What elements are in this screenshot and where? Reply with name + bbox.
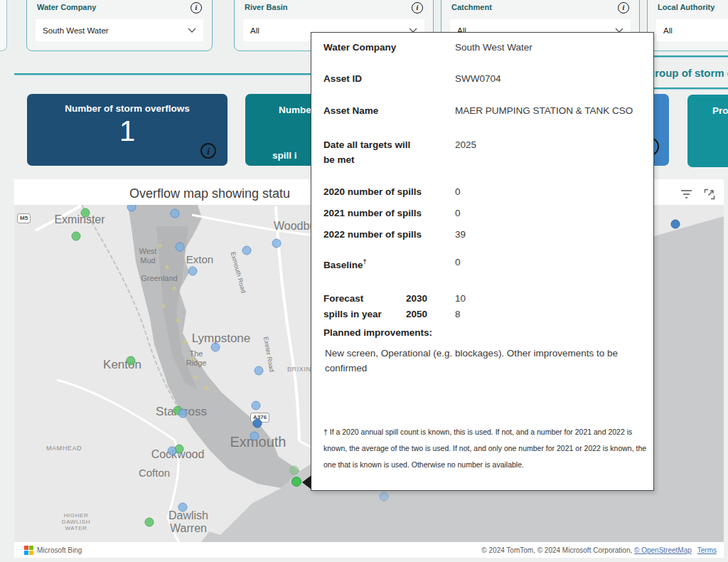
map-marker[interactable]	[242, 246, 252, 255]
planned-improvements-text: New screen, Operational (e.g. blockages)…	[325, 346, 653, 376]
tooltip-row: 2021 number of spills0	[323, 206, 645, 221]
map-marker[interactable]	[171, 209, 180, 218]
edge-filter-sliver	[0, 0, 7, 51]
map-marker[interactable]	[255, 366, 264, 376]
map-marker[interactable]	[72, 232, 81, 241]
kpi-value: 1	[27, 115, 228, 147]
map-title: Overflow map showing statu	[129, 186, 290, 201]
section-heading-fragment: group of storm o	[648, 67, 728, 79]
bing-logo: Microsoft Bing	[24, 546, 82, 555]
tooltip-row: Water CompanySouth West Water	[323, 40, 645, 55]
tooltip-row: Asset IDSWW0704	[323, 71, 645, 86]
map-label: Kenton	[103, 358, 141, 372]
map-label: HIGHER DAWLISH WATER	[62, 512, 90, 532]
map-attribution: © 2024 TomTom, © 2024 Microsoft Corporat…	[481, 546, 717, 554]
map-marker[interactable]	[81, 208, 90, 218]
map-marker[interactable]	[291, 477, 301, 487]
road-shield: M5	[17, 213, 31, 223]
filter-label-water-company: Water Company	[37, 3, 96, 11]
tooltip-row: 2022 number of spills39	[323, 227, 645, 242]
tooltip-row-baseline: Baseline† 0	[323, 255, 645, 272]
map-marker[interactable]	[168, 447, 177, 456]
info-icon[interactable]: i	[618, 2, 629, 14]
map-label: MAMHEAD	[46, 445, 82, 452]
filter-label-catchment: Catchment	[451, 3, 492, 11]
map-label: The Ridge	[186, 349, 207, 367]
tooltip-row: 2020 number of spills0	[323, 184, 645, 199]
focus-mode-icon[interactable]	[704, 189, 715, 200]
info-icon[interactable]: i	[191, 2, 202, 14]
map-label: Exton	[186, 253, 213, 265]
map-marker[interactable]	[127, 356, 136, 366]
filter-card-water-company: Water Company i South West Water	[26, 0, 213, 51]
terms-link[interactable]: Terms	[697, 546, 717, 554]
map-label: Woodbu	[274, 220, 316, 233]
asset-tooltip: Water CompanySouth West Water Asset IDSW…	[311, 32, 654, 491]
attribution-text: © 2024 TomTom, © 2024 Microsoft Corporat…	[481, 546, 634, 554]
map-label: West Mud	[139, 247, 157, 265]
local-authority-dropdown[interactable]: All	[656, 19, 728, 41]
openstreetmap-link[interactable]: © OpenStreetMap	[634, 546, 692, 554]
filter-card-local-authority: Local Authority All	[647, 0, 728, 51]
map-marker[interactable]	[290, 466, 299, 475]
info-icon[interactable]: i	[412, 2, 423, 14]
tooltip-row: Asset NameMAER PUMPING STATION & TANK CS…	[323, 103, 645, 118]
bing-logo-text: Microsoft Bing	[37, 546, 82, 554]
chevron-down-icon	[188, 28, 196, 33]
dropdown-value: All	[663, 26, 728, 35]
map-attribution-bar: Microsoft Bing © 2024 TomTom, © 2024 Mic…	[14, 542, 724, 558]
tooltip-footnote: † If a 2020 annual spill count is known,…	[323, 424, 652, 473]
map-marker[interactable]	[253, 419, 262, 428]
section-divider-right-bottom	[651, 88, 728, 89]
kpi-title: Number of storm overflows	[27, 94, 228, 114]
map-marker[interactable]	[272, 239, 282, 248]
kpi-text-fragment: spill i	[272, 150, 297, 161]
map-label: Cofton	[139, 467, 170, 479]
kpi-number-of-storm-overflows: Number of storm overflows 1 i	[27, 94, 228, 166]
map-marker[interactable]	[145, 518, 154, 527]
tooltip-row: Date all targets will be met2025	[323, 137, 645, 167]
map-marker[interactable]	[178, 503, 188, 512]
tooltip-row-forecast: spills in year 2050 8	[323, 307, 645, 322]
filter-label-local-authority: Local Authority	[658, 3, 714, 11]
section-divider-right-top	[647, 55, 728, 57]
map-marker[interactable]	[671, 220, 680, 229]
kpi-title-fragment: Numbe	[279, 105, 311, 115]
map-marker[interactable]	[178, 409, 188, 418]
map-marker[interactable]	[252, 401, 261, 410]
dropdown-value: South West Water	[43, 26, 188, 35]
dashboard-page: Water Company i South West Water River B…	[0, 0, 728, 562]
tooltip-pointer	[302, 475, 311, 489]
map-label: Exminster	[54, 213, 105, 226]
info-icon[interactable]: i	[200, 143, 216, 159]
water-company-dropdown[interactable]: South West Water	[36, 19, 203, 41]
map-marker[interactable]	[176, 243, 185, 252]
filter-label-river-basin: River Basin	[245, 3, 288, 11]
map-marker[interactable]	[380, 492, 389, 502]
kpi-card-teal: Pro	[687, 95, 728, 167]
map-marker[interactable]	[188, 267, 198, 276]
map-label: Lympstone	[192, 332, 251, 346]
map-label: Greenland	[141, 274, 177, 283]
map-marker[interactable]	[250, 432, 259, 441]
map-label: Dawlish Warren	[168, 509, 208, 536]
planned-improvements-label: Planned improvements:	[323, 327, 432, 338]
map-marker[interactable]	[211, 343, 220, 352]
filter-icon[interactable]	[680, 189, 692, 199]
tooltip-row-forecast: Forecast 2030 10	[323, 291, 645, 306]
kpi-title-fragment: Pro	[712, 105, 728, 116]
microsoft-logo-icon	[24, 546, 33, 555]
